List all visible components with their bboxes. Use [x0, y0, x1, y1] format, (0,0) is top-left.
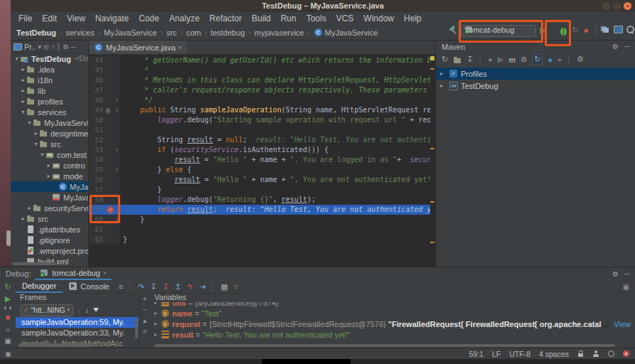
expand-arrow-icon[interactable]: ▸ [440, 70, 446, 77]
expand-arrow-icon[interactable]: ▸ [46, 173, 52, 179]
collapse-all-button[interactable]: ÷ [557, 55, 562, 64]
fold-icon[interactable]: ∨ [116, 105, 119, 115]
breadcrumb-item-testdebug[interactable]: TestDebug [16, 28, 56, 37]
notification-circle-icon[interactable] [608, 350, 614, 357]
chevron-down-icon[interactable]: ▾ [38, 43, 42, 50]
settings-gear-icon[interactable]: ⚙ [612, 270, 619, 278]
remove-watch-button[interactable]: − [143, 306, 147, 314]
project-tree-item-designtime[interactable]: ▸designtime [11, 128, 88, 139]
rerun-button[interactable]: ↻ [4, 282, 11, 291]
editor-tab[interactable]: MyJavaService.java × [89, 41, 187, 54]
project-tree-item-src[interactable]: ▾src [11, 139, 88, 149]
evaluate-expression-button[interactable]: ▦ [220, 282, 228, 291]
tool-windows-button[interactable] [600, 25, 610, 33]
download-sources-button[interactable] [453, 55, 461, 64]
project-tree-item-myjavaservic[interactable]: ▾MyJavaServic [11, 117, 88, 128]
project-tree-item-services[interactable]: ▾services [11, 107, 88, 117]
breadcrumb-item-myjavaservice[interactable]: myjavaservice [255, 28, 304, 37]
toolwindow-switcher-icon[interactable]: ▣ [0, 350, 11, 358]
code-line-49[interactable]: 49@∨ public String sampleJavaOperation(S… [89, 105, 430, 115]
breadcrumb-item-com[interactable]: com [186, 28, 201, 37]
thread-selector[interactable]: ✓ "htt...NING ▾ [20, 304, 73, 316]
terminal-button[interactable] [613, 25, 623, 33]
variable-row-name[interactable]: ▸pname = "Test" [150, 308, 635, 318]
menu-analyze[interactable]: Analyze [164, 12, 205, 25]
code-line-50[interactable]: 50 logger.debug("Starting sample operati… [89, 115, 430, 125]
view-link[interactable]: View [614, 320, 631, 328]
variable-row-result[interactable]: ▸result = "Hello Test, You are not authe… [150, 329, 635, 340]
fold-icon[interactable]: ∨ [116, 145, 119, 155]
stop-button[interactable]: ■ [584, 25, 588, 36]
lock-icon[interactable] [577, 350, 584, 358]
project-tree-item-com-test[interactable]: ▾com.test [11, 149, 88, 160]
breadcrumb-item-src[interactable]: src [166, 28, 177, 37]
force-step-into-button[interactable]: ↧ [162, 282, 169, 291]
fold-icon[interactable]: ∨ [116, 165, 119, 175]
expand-arrow-icon[interactable]: ▸ [154, 302, 161, 306]
code-line-44[interactable]: 44 * getUserName() and getUserId() etc w… [89, 55, 430, 65]
horizontal-scrollbar[interactable] [18, 343, 93, 347]
menu-tools[interactable]: Tools [302, 12, 331, 25]
collapse-all-button[interactable]: ÷ [51, 43, 55, 50]
menu-window[interactable]: Window [358, 12, 399, 25]
run-maven-button[interactable]: ▶ [498, 55, 503, 64]
close-icon[interactable]: × [103, 269, 107, 277]
code-line-57[interactable]: 57 } [89, 185, 430, 195]
menu-help[interactable]: Help [399, 12, 427, 25]
coverage-button[interactable]: ↻ [572, 25, 579, 36]
code-line-51[interactable]: 51 [89, 125, 430, 135]
stripe-mark[interactable] [430, 68, 434, 70]
menu-run[interactable]: Run [276, 12, 302, 25]
run-button[interactable]: ▶ [540, 25, 546, 36]
menu-file[interactable]: File [14, 12, 37, 25]
reimport-toggle-on[interactable]: ↻ [532, 54, 543, 65]
breadcrumb-item-myjavaservice[interactable]: MyJavaService [104, 28, 157, 37]
fold-icon[interactable]: ∨ [116, 95, 119, 105]
breadcrumb-item-myjavaservice[interactable]: MyJavaService [325, 28, 378, 37]
code-line-56[interactable]: 56 result = "Hello " + name + ", You are… [89, 175, 430, 185]
status-lf[interactable]: LF [492, 350, 501, 358]
status-59-1[interactable]: 59:1 [469, 350, 484, 358]
drop-frame-button[interactable]: ↰ [187, 282, 193, 291]
menu-refactor[interactable]: Refactor [205, 12, 247, 25]
skip-tests-toggle[interactable]: ⊘ [521, 55, 527, 64]
maximize-button[interactable]: ▢ [613, 2, 621, 10]
more-actions-button[interactable]: » [6, 325, 10, 333]
code-line-60[interactable]: 60∨ } [89, 215, 430, 225]
project-tree-item-gitignore[interactable]: .gitignore [11, 235, 88, 245]
reimport-button[interactable]: ↻ [442, 55, 448, 64]
collapse-arrow-icon[interactable]: ▾ [33, 141, 39, 147]
project-tree-item-profiles[interactable]: ▸profiles [11, 96, 88, 107]
project-tab-label[interactable]: Pr.. [24, 43, 36, 51]
stripe-warning-mark[interactable] [430, 56, 434, 60]
code-line-59[interactable]: 59✓ return result; result: "Hello Test, … [89, 205, 430, 215]
next-frame-button[interactable]: ↓ [85, 306, 89, 314]
code-line-55[interactable]: 55∨ } else { [89, 165, 430, 175]
run-to-cursor-button[interactable]: ⇥ [199, 282, 206, 291]
hide-panel-button[interactable]: ─ [624, 270, 629, 278]
pause-button[interactable] [4, 306, 11, 309]
restore-layout-icon[interactable]: ▣ [623, 283, 635, 291]
project-tree-item-gitattributes[interactable]: .gitattributes [11, 224, 88, 235]
breadcrumb-item-services[interactable]: services [65, 28, 94, 37]
run-config-selector[interactable]: tomcat-debug ▾ [461, 25, 536, 37]
code-line-48[interactable]: 48∨ */ [89, 95, 430, 105]
expand-arrow-icon[interactable]: ▸ [46, 162, 52, 168]
expand-arrow-icon[interactable]: ▸ [20, 215, 26, 222]
project-tree-item-securityservic[interactable]: ▸securityServic [11, 203, 88, 213]
more-button[interactable]: » [143, 328, 147, 335]
expand-arrow-icon[interactable]: ▸ [20, 87, 26, 94]
expand-arrow-icon[interactable]: ▸ [20, 98, 26, 105]
settings-gear-icon[interactable]: ⚙ [63, 43, 68, 50]
stripe-mark[interactable] [430, 201, 434, 203]
previous-frame-button[interactable]: ↑ [78, 306, 81, 314]
status-4-spaces[interactable]: 4 spaces [539, 350, 569, 358]
collapse-arrow-icon[interactable]: ▾ [39, 151, 46, 158]
settings-gear-icon[interactable]: ⚙ [612, 43, 619, 50]
expand-arrow-icon[interactable]: ▸ [440, 82, 446, 89]
tab-console[interactable]: Console [63, 280, 115, 293]
access-icon[interactable] [592, 350, 599, 358]
maven-item-testdebug[interactable]: ▸TestDebug [436, 80, 635, 92]
menu-code[interactable]: Code [134, 12, 164, 25]
close-button[interactable]: × [624, 2, 631, 10]
